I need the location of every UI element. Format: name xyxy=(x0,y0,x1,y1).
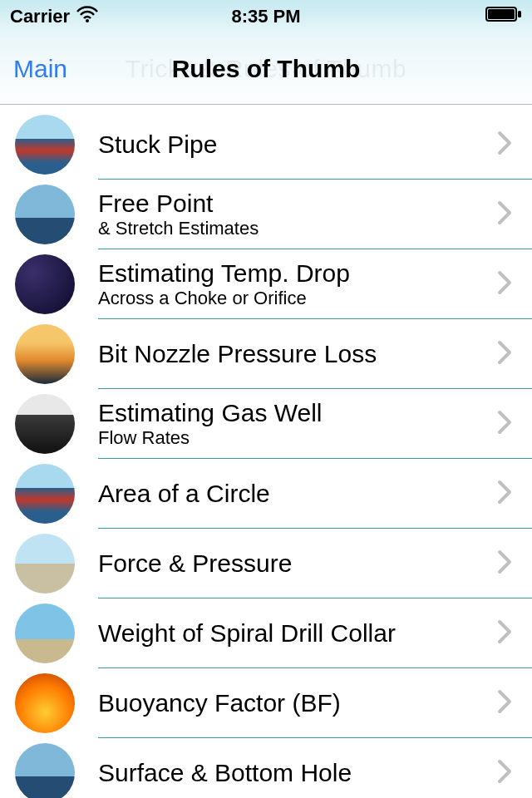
item-title: Weight of Spiral Drill Collar xyxy=(98,619,396,647)
list-item[interactable]: Surface & Bottom Hole xyxy=(0,738,532,798)
item-text: Force & Pressure xyxy=(98,549,292,577)
item-thumbnail xyxy=(15,603,75,663)
item-title: Bit Nozzle Pressure Loss xyxy=(98,340,377,367)
page-title: Rules of Thumb xyxy=(172,55,361,83)
item-text: Weight of Spiral Drill Collar xyxy=(98,619,396,647)
list-item[interactable]: Force & Pressure xyxy=(0,529,532,598)
item-subtitle: Flow Rates xyxy=(98,428,323,448)
chevron-right-icon xyxy=(497,689,512,717)
item-text: Surface & Bottom Hole xyxy=(98,759,352,786)
chevron-right-icon xyxy=(497,200,512,229)
status-left: Carrier xyxy=(10,6,98,27)
list-item[interactable]: Area of a Circle xyxy=(0,459,532,529)
list-item[interactable]: Free Point& Stretch Estimates xyxy=(0,180,532,249)
item-text: Estimating Temp. DropAcross a Choke or O… xyxy=(98,259,350,308)
item-text: Free Point& Stretch Estimates xyxy=(98,190,259,239)
item-thumbnail xyxy=(15,324,75,384)
list-item[interactable]: Bit Nozzle Pressure Loss xyxy=(0,319,532,389)
item-title: Buoyancy Factor (BF) xyxy=(98,689,341,717)
item-body: Estimating Gas WellFlow Rates xyxy=(98,389,532,459)
svg-point-0 xyxy=(86,19,89,22)
chevron-right-icon xyxy=(497,410,512,438)
chevron-right-icon xyxy=(497,549,512,578)
list-item[interactable]: Stuck Pipe xyxy=(0,110,532,180)
item-thumbnail xyxy=(15,534,75,594)
item-thumbnail xyxy=(15,673,75,733)
chevron-right-icon xyxy=(497,619,512,648)
item-body: Weight of Spiral Drill Collar xyxy=(98,598,532,668)
wifi-icon xyxy=(76,6,98,27)
item-title: Estimating Temp. Drop xyxy=(98,259,350,287)
item-subtitle: Across a Choke or Orifice xyxy=(98,288,350,308)
item-thumbnail xyxy=(15,254,75,314)
item-body: Force & Pressure xyxy=(98,529,532,598)
battery-icon xyxy=(485,6,522,27)
status-right xyxy=(485,6,522,27)
list[interactable]: Stuck PipeFree Point& Stretch EstimatesE… xyxy=(0,105,532,798)
item-thumbnail xyxy=(15,464,75,524)
item-subtitle: & Stretch Estimates xyxy=(98,219,259,239)
item-title: Free Point xyxy=(98,190,259,217)
item-body: Stuck Pipe xyxy=(98,110,532,180)
svg-rect-2 xyxy=(488,9,515,19)
list-item[interactable]: Buoyancy Factor (BF) xyxy=(0,668,532,738)
item-body: Estimating Temp. DropAcross a Choke or O… xyxy=(98,249,532,319)
item-title: Area of a Circle xyxy=(98,480,270,507)
item-text: Area of a Circle xyxy=(98,480,270,507)
item-body: Area of a Circle xyxy=(98,459,532,529)
chevron-right-icon xyxy=(497,480,512,508)
item-text: Estimating Gas WellFlow Rates xyxy=(98,399,323,448)
chevron-right-icon xyxy=(497,759,512,787)
item-title: Surface & Bottom Hole xyxy=(98,759,352,786)
clock: 8:35 PM xyxy=(231,6,300,27)
item-text: Bit Nozzle Pressure Loss xyxy=(98,340,377,367)
chevron-right-icon xyxy=(497,340,512,368)
item-thumbnail xyxy=(15,394,75,454)
item-thumbnail xyxy=(15,185,75,244)
chevron-right-icon xyxy=(497,270,512,298)
svg-rect-3 xyxy=(518,11,521,17)
item-body: Free Point& Stretch Estimates xyxy=(98,180,532,249)
item-body: Bit Nozzle Pressure Loss xyxy=(98,319,532,389)
carrier-label: Carrier xyxy=(10,6,70,27)
item-body: Surface & Bottom Hole xyxy=(98,738,532,798)
item-thumbnail xyxy=(15,115,75,175)
item-body: Buoyancy Factor (BF) xyxy=(98,668,532,738)
list-item[interactable]: Weight of Spiral Drill Collar xyxy=(0,598,532,668)
nav-bar: Tricks & Rules of Thumb Main Rules of Th… xyxy=(0,33,532,105)
item-title: Stuck Pipe xyxy=(98,131,217,158)
list-item[interactable]: Estimating Gas WellFlow Rates xyxy=(0,389,532,459)
item-title: Force & Pressure xyxy=(98,549,292,577)
back-button[interactable]: Main xyxy=(13,55,67,83)
list-item[interactable]: Estimating Temp. DropAcross a Choke or O… xyxy=(0,249,532,319)
item-thumbnail xyxy=(15,743,75,798)
chevron-right-icon xyxy=(497,131,512,159)
item-title: Estimating Gas Well xyxy=(98,399,323,426)
item-text: Stuck Pipe xyxy=(98,131,217,158)
status-bar: Carrier 8:35 PM xyxy=(0,0,532,33)
item-text: Buoyancy Factor (BF) xyxy=(98,689,341,717)
